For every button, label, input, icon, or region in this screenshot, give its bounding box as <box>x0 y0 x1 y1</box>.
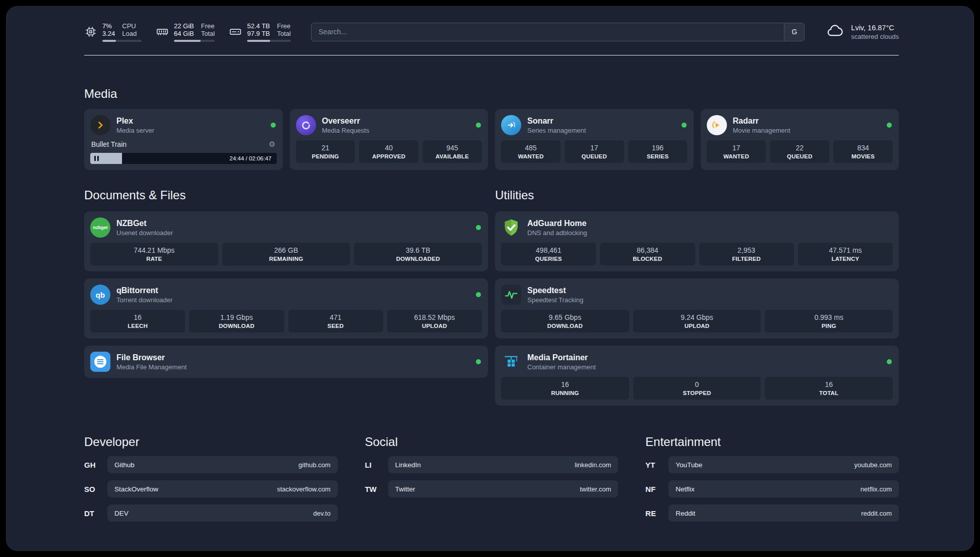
stat-value: 498,461 <box>503 246 594 254</box>
app-card-plex[interactable]: Plex Media server Bullet Train ⚙ 24:44 /… <box>84 109 283 170</box>
bookmark-name: Netflix <box>676 485 695 493</box>
stat-label: TOTAL <box>767 390 891 396</box>
bookmark-url: dev.to <box>313 510 330 517</box>
stat-label: DOWNLOADED <box>356 256 480 262</box>
stat-label: PENDING <box>298 153 353 159</box>
app-subtitle: Series management <box>527 127 586 134</box>
stat-value: 744.21 Mbps <box>92 246 216 254</box>
portainer-icon <box>501 352 521 372</box>
stat-label: LEECH <box>92 323 183 329</box>
filebrowser-icon <box>90 352 110 372</box>
status-dot <box>682 123 687 128</box>
bookmark-name: YouTube <box>676 461 702 469</box>
search-input[interactable] <box>311 23 805 41</box>
stat-pending: 21 PENDING <box>296 140 355 163</box>
stat-value: 945 <box>424 144 480 152</box>
app-title: File Browser <box>116 353 187 362</box>
bookmark-abbr: LI <box>365 461 380 469</box>
bookmark-netflix[interactable]: Netflix netflix.com <box>668 480 899 497</box>
app-card-nzbget[interactable]: nzbget NZBGet Usenet downloader 744.21 M… <box>84 211 488 271</box>
nzbget-icon: nzbget <box>90 217 110 238</box>
stat-queued: 22 QUEUED <box>770 140 829 163</box>
app-card-adguard[interactable]: AdGuard Home DNS and adblocking 498,461 … <box>495 211 899 271</box>
stat-queries: 498,461 QUERIES <box>501 243 596 265</box>
stat-value: 9.65 Gbps <box>503 313 627 321</box>
bookmark-stackoverflow[interactable]: StackOverflow stackoverflow.com <box>107 480 338 497</box>
bookmark-github[interactable]: Github github.com <box>107 456 338 473</box>
bookmark-name: Reddit <box>676 510 695 517</box>
plex-icon <box>90 115 110 135</box>
stat-filtered: 2,953 FILTERED <box>699 243 794 265</box>
stat-label: UPLOAD <box>635 323 759 329</box>
stat-label: PING <box>767 323 891 329</box>
stat-value: 485 <box>503 144 559 152</box>
app-card-radarr[interactable]: Radarr Movie management 17 WANTED 22 QUE… <box>701 109 899 170</box>
app-card-sonarr[interactable]: Sonarr Series management 485 WANTED 17 Q… <box>495 109 694 170</box>
stat-label: APPROVED <box>361 153 416 159</box>
bookmark-dev[interactable]: DEV dev.to <box>107 505 338 522</box>
status-dot <box>476 123 481 128</box>
bookmark-row: LI LinkedIn linkedin.com <box>365 456 619 473</box>
app-card-portainer[interactable]: Media Portainer Container management 16 … <box>495 346 899 406</box>
stat-upload: 618.52 Mbps UPLOAD <box>387 310 482 332</box>
stat-label: LATENCY <box>800 256 891 262</box>
app-card-qbittorrent[interactable]: qb qBittorrent Torrent downloader 16 LEE… <box>84 278 488 339</box>
stat-available: 945 AVAILABLE <box>422 140 482 163</box>
app-card-speedtest[interactable]: Speedtest Speedtest Tracking 9.65 Gbps D… <box>495 278 899 339</box>
bookmark-reddit[interactable]: Reddit reddit.com <box>668 505 899 522</box>
ram-total: 64 GiB <box>174 30 194 37</box>
bookmark-youtube[interactable]: YouTube youtube.com <box>668 456 899 473</box>
bookmark-abbr: NF <box>645 485 660 493</box>
stat-stopped: 0 STOPPED <box>633 377 761 400</box>
section-title-media: Media <box>84 87 899 101</box>
bookmark-row: TW Twitter twitter.com <box>365 480 619 497</box>
stat-rate: 744.21 Mbps RATE <box>90 243 218 265</box>
app-card-filebrowser[interactable]: File Browser Media File Management <box>84 346 488 378</box>
utilities-column: Utilities AdGuard Home DNS and adblockin… <box>495 170 899 413</box>
app-subtitle: Media File Management <box>116 363 187 371</box>
disk-label-bottom: Total <box>277 30 291 37</box>
stat-value: 22 <box>772 144 827 152</box>
bookmark-twitter[interactable]: Twitter twitter.com <box>388 480 619 497</box>
cpu-widget: 7% 3.24 CPU Load <box>84 22 142 42</box>
bookmark-url: twitter.com <box>580 485 611 493</box>
adguard-icon <box>501 217 521 238</box>
stat-label: WANTED <box>709 153 764 159</box>
bookmark-name: DEV <box>114 510 129 517</box>
stat-label: QUEUED <box>772 153 827 159</box>
ram-free: 22 GiB <box>174 22 194 30</box>
bookmark-abbr: RE <box>645 509 660 518</box>
stat-value: 2,953 <box>701 246 792 254</box>
stat-approved: 40 APPROVED <box>359 140 418 163</box>
bookmark-url: github.com <box>298 461 331 469</box>
pause-icon[interactable] <box>94 156 99 161</box>
bookmark-linkedin[interactable]: LinkedIn linkedin.com <box>388 456 619 473</box>
stat-label: AVAILABLE <box>424 153 480 159</box>
bookmark-abbr: SO <box>84 485 99 493</box>
bookmark-url: linkedin.com <box>575 461 611 469</box>
developer-column: Developer GH Github github.com SO StackO… <box>84 435 338 522</box>
section-title-developer: Developer <box>84 435 338 449</box>
stat-value: 16 <box>767 380 891 388</box>
stat-value: 618.52 Mbps <box>389 313 480 321</box>
cpu-label-top: CPU <box>122 22 137 30</box>
stat-value: 86,384 <box>602 246 693 254</box>
weather-widget: Lviv, 16.87°C scattered clouds <box>825 22 899 41</box>
stat-label: SERIES <box>630 153 686 159</box>
disk-free: 52.4 TB <box>247 22 270 30</box>
stat-download: 1.19 Gbps DOWNLOAD <box>189 310 284 332</box>
app-card-overseerr[interactable]: Overseerr Media Requests 21 PENDING 40 A… <box>290 109 488 170</box>
plex-seekbar[interactable]: 24:44 / 02:06:47 <box>90 153 277 164</box>
now-playing-title: Bullet Train <box>91 140 127 148</box>
app-subtitle: Media Requests <box>322 127 370 134</box>
bookmark-abbr: TW <box>365 485 380 493</box>
gear-icon[interactable]: ⚙ <box>269 140 275 149</box>
app-subtitle: DNS and adblocking <box>527 229 587 237</box>
stat-running: 16 RUNNING <box>501 377 629 400</box>
app-subtitle: Torrent downloader <box>116 296 172 304</box>
topbar: 7% 3.24 CPU Load <box>84 20 899 44</box>
bookmark-row: GH Github github.com <box>84 456 338 473</box>
stat-label: BLOCKED <box>602 256 693 262</box>
search-engine-button[interactable]: G <box>784 23 804 41</box>
disk-widget: 52.4 TB 97.9 TB Free Total <box>229 22 291 42</box>
